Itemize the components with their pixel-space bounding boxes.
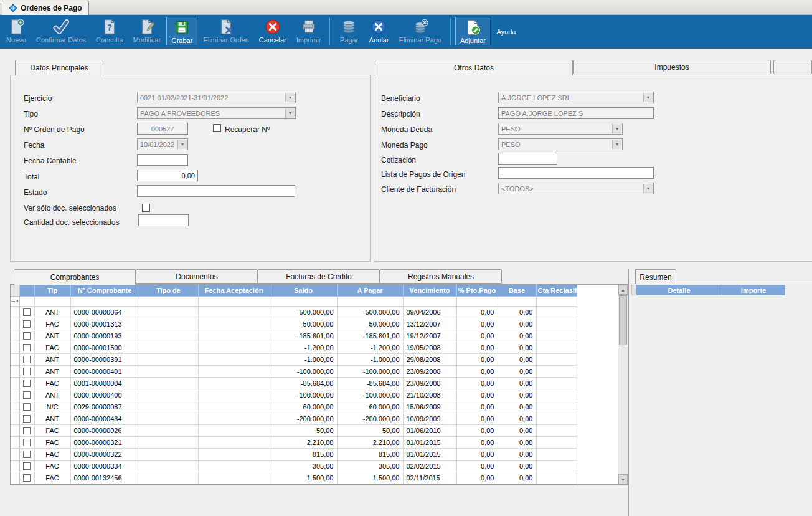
descripcion-field[interactable]: PAGO A.JORGE LOPEZ S [498, 107, 654, 119]
estado-field[interactable] [137, 185, 295, 197]
scroll-thumb[interactable] [619, 295, 627, 345]
cell-tip: FAC [34, 424, 70, 436]
vertical-scrollbar[interactable]: ▲ ▼ [618, 285, 628, 484]
window-tab[interactable]: Ordenes de Pago [2, 1, 89, 15]
tab-impuestos[interactable]: Impuestos [573, 60, 771, 74]
row-checkbox[interactable] [23, 344, 31, 351]
cell-comprobante: 0000-00000434 [70, 413, 139, 424]
cell-comprobante: 0000-00000064 [70, 306, 139, 318]
tab-partial[interactable] [773, 60, 812, 74]
column-header-pto-pago: % Pto.Pago [456, 285, 498, 296]
table-row: FAC0000-00001500-1.200,00-1.200,0019/05/… [11, 342, 577, 353]
row-checkbox[interactable] [23, 403, 31, 411]
empty-cell [34, 296, 70, 306]
cell-comprobante: 0000-00000391 [70, 353, 139, 365]
row-indicator-cell [11, 413, 19, 424]
cantidad-doc-field[interactable] [138, 214, 189, 226]
toolbar-button-ayuda[interactable]: Ayuda [492, 17, 521, 36]
cell-tipo-de [139, 365, 198, 377]
chevron-down-icon: ▼ [612, 124, 621, 133]
save-disk-icon [173, 19, 191, 36]
table-row: ANT0000-00000400-100.000,00-100.000,0021… [11, 389, 577, 401]
toolbar-button-cancelar[interactable]: Cancelar [255, 17, 291, 44]
toolbar-button-label: Imprimir [296, 36, 321, 44]
total-field[interactable]: 0,00 [137, 170, 198, 181]
row-checkbox[interactable] [23, 427, 31, 434]
application-window: Ordenes de Pago NuevoConfirmar Datos?Con… [0, 0, 812, 516]
fecha-contable-field[interactable] [137, 154, 188, 166]
tab-datos-principales[interactable]: Datos Principales [15, 60, 103, 75]
cell-base: 0,00 [498, 448, 536, 460]
tipo-combo[interactable]: PAGO A PROVEEDORES ▼ [137, 107, 296, 119]
comprobantes-grid: TipNº ComprobanteTipo deFecha Aceptación… [10, 284, 628, 485]
toolbar-button-grabar[interactable]: Grabar [166, 17, 197, 45]
toolbar-button-confirmar-datos[interactable]: Confirmar Datos [32, 17, 90, 44]
tab-datos-principales-label: Datos Principales [30, 64, 88, 72]
scroll-down-button[interactable]: ▼ [618, 474, 628, 484]
cell-vencimiento: 01/06/2010 [403, 424, 456, 436]
chevron-down-icon: ▼ [612, 140, 621, 149]
cell-vencimiento: 10/09/2009 [403, 413, 456, 424]
toolbar-button-anular[interactable]: Anular [364, 17, 393, 44]
lista-pagos-origen-field[interactable] [498, 167, 654, 179]
cell-saldo: -185.601,00 [270, 330, 337, 342]
column-header-cta-reclasif: Cta Reclasif [536, 285, 577, 296]
toolbar-button-modificar[interactable]: Modificar [129, 17, 166, 44]
tab-comprobantes[interactable]: Comprobantes [14, 269, 136, 285]
cell-pto-pago: 0,00 [456, 306, 498, 318]
chevron-down-icon: ▼ [177, 140, 187, 149]
tab-resumen[interactable]: Resumen [635, 269, 676, 284]
toolbar-button-consulta[interactable]: ?Consulta [92, 17, 127, 44]
row-checkbox[interactable] [23, 439, 31, 446]
estado-label: Estado [24, 188, 47, 197]
toolbar-button-label: Cancelar [259, 36, 286, 44]
orden-pago-field[interactable]: 000527 [137, 123, 188, 135]
toolbar-button-eliminar-pago[interactable]: Eliminar Pago [394, 17, 445, 44]
toolbar-button-imprimir[interactable]: Imprimir [292, 17, 326, 44]
cotizacion-field[interactable] [498, 153, 557, 165]
pay-coins-icon [340, 18, 357, 36]
fecha-date-picker[interactable]: 10/01/2022 ▼ [137, 138, 188, 150]
moneda-pago-combo[interactable]: PESO ▼ [498, 138, 623, 150]
toolbar-button-adjuntar[interactable]: Adjuntar [455, 17, 491, 45]
tab-otros-datos[interactable]: Otros Datos [375, 60, 573, 75]
cliente-facturacion-combo[interactable]: <TODOS> ▼ [498, 183, 654, 194]
vertical-splitter[interactable] [628, 269, 629, 516]
row-checkbox[interactable] [23, 356, 31, 363]
cell-tipo-de [139, 389, 198, 401]
recuperar-numero-checkbox[interactable] [213, 124, 221, 132]
svg-text:?: ? [106, 22, 112, 32]
toolbar-button-eliminar-orden[interactable]: Eliminar Orden [199, 17, 253, 44]
tab-documentos[interactable]: Documentos [136, 269, 258, 284]
cell-fecha-aceptacion [198, 413, 270, 424]
row-indicator-cell [11, 389, 19, 401]
toolbar-button-nuevo[interactable]: Nuevo [2, 17, 31, 44]
cell-a-pagar: -500.000,00 [337, 306, 403, 318]
row-checkbox[interactable] [23, 320, 31, 328]
row-checkbox[interactable] [23, 462, 31, 470]
beneficiario-combo[interactable]: A.JORGE LOPEZ SRL ▼ [498, 92, 654, 103]
moneda-deuda-combo[interactable]: PESO ▼ [498, 123, 623, 135]
ejercicio-combo[interactable]: 0021 01/02/2021-31/01/2022 ▼ [137, 92, 296, 103]
tab-facturas-de-credito[interactable]: Facturas de Crédito [258, 269, 380, 284]
tab-registros-manuales[interactable]: Registros Manuales [380, 269, 502, 284]
row-checkbox[interactable] [23, 380, 31, 387]
row-indicator-cell [11, 448, 19, 460]
row-checkbox[interactable] [23, 332, 31, 340]
row-checkbox[interactable] [23, 368, 31, 375]
row-indicator-cell [11, 306, 19, 318]
cell-saldo: -85.684,00 [270, 377, 337, 389]
cell-fecha-aceptacion [198, 401, 270, 413]
row-checkbox[interactable] [23, 391, 31, 399]
checkbox-cell [19, 306, 34, 318]
toolbar-button-label: Eliminar Pago [399, 36, 441, 44]
row-checkbox[interactable] [23, 451, 31, 458]
row-checkbox[interactable] [23, 474, 31, 482]
cell-vencimiento: 15/06/2009 [403, 401, 456, 413]
row-checkbox[interactable] [23, 308, 31, 316]
ver-solo-doc-checkbox[interactable] [142, 204, 150, 212]
row-checkbox[interactable] [23, 415, 31, 423]
scroll-up-button[interactable]: ▲ [618, 285, 628, 295]
toolbar-button-pagar[interactable]: Pagar [334, 17, 363, 44]
toolbar-button-label: Grabar [171, 37, 192, 44]
